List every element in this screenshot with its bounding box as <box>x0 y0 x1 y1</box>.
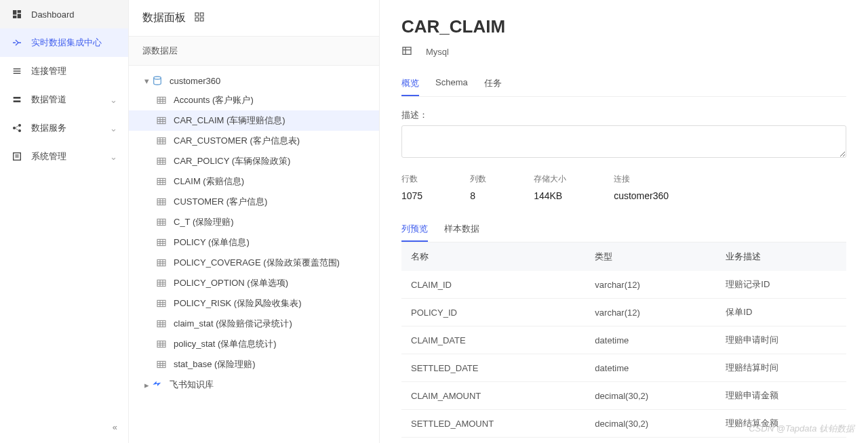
svg-rect-22 <box>157 97 165 103</box>
col-name: SETTLED_DATE <box>401 354 585 382</box>
col-desc: 理赔原因 <box>716 438 846 444</box>
tree-item[interactable]: CUSTOMER (客户信息) <box>129 192 379 212</box>
chevron-down-icon: ⌄ <box>110 152 117 162</box>
col-name: CLAIM_AMOUNT <box>401 382 585 410</box>
tree-item[interactable]: stat_base (保险理赔) <box>129 354 379 375</box>
table-row[interactable]: CLAIM_AMOUNTdecimal(30,2)理赔申请金额 <box>401 382 846 410</box>
svg-rect-18 <box>200 13 203 16</box>
col-name: SETTLED_AMOUNT <box>401 410 585 438</box>
svg-rect-62 <box>157 259 165 266</box>
table-row[interactable]: SETTLED_DATEdatetime理赔结算时间 <box>401 354 846 382</box>
service-icon <box>11 122 23 134</box>
col-type: varchar(30) <box>585 438 716 444</box>
tree-item[interactable]: CAR_POLICY (车辆保险政策) <box>129 151 379 171</box>
col-header-type: 类型 <box>585 242 716 271</box>
desc-label: 描述： <box>401 109 846 121</box>
tree-item[interactable]: POLICY_RISK (保险风险收集表) <box>129 293 379 314</box>
table-row[interactable]: POLICY_IDvarchar(12)保单ID <box>401 299 846 326</box>
tree-item[interactable]: POLICY_COVERAGE (保险政策覆盖范围) <box>129 253 379 273</box>
tree-item-label: C_T (保险理赔) <box>174 216 234 228</box>
table-icon <box>156 196 168 207</box>
tab[interactable]: 概览 <box>401 72 419 96</box>
sidebar-item-system[interactable]: 系统管理⌄ <box>0 142 128 171</box>
tree-item-label: stat_base (保险理赔) <box>174 358 256 371</box>
stat-label: 存储大小 <box>534 173 566 185</box>
sidebar-collapse-button[interactable]: « <box>0 411 128 443</box>
svg-rect-77 <box>157 320 165 326</box>
svg-rect-52 <box>157 219 165 225</box>
table-icon <box>156 135 168 146</box>
col-type: varchar(12) <box>585 299 716 326</box>
db-icon <box>152 75 164 86</box>
stat-label: 连接 <box>614 173 669 185</box>
stat: 连接customer360 <box>614 173 669 201</box>
tree-item[interactable]: POLICY_OPTION (保单选项) <box>129 273 379 293</box>
tree-item-label: CAR_CLAIM (车辆理赔信息) <box>174 114 285 127</box>
svg-rect-19 <box>195 18 199 21</box>
tab[interactable]: 任务 <box>484 72 502 96</box>
stat-value: 1075 <box>401 190 422 201</box>
tree-item[interactable]: CLAIM (索赔信息) <box>129 171 379 192</box>
dashboard-icon <box>11 8 23 20</box>
tree-item[interactable]: policy_stat (保单信息统计) <box>129 334 379 354</box>
tree-item[interactable]: C_T (保险理赔) <box>129 212 379 232</box>
col-name: POLICY_ID <box>401 299 585 326</box>
stat-value: 8 <box>470 190 486 201</box>
tree-item-label: policy_stat (保单信息统计) <box>174 338 277 350</box>
tree-item[interactable]: POLICY (保单信息) <box>129 232 379 253</box>
tree-item-label: customer360 <box>170 76 220 86</box>
col-desc: 保单ID <box>716 299 846 326</box>
tree-item-label: POLICY_OPTION (保单选项) <box>174 277 288 289</box>
table-row[interactable]: CLAIM_IDvarchar(12)理赔记录ID <box>401 271 846 299</box>
col-name: CLAIM_REASON <box>401 438 585 444</box>
sidebar-item-integration[interactable]: 实时数据集成中心 <box>0 28 128 57</box>
detail-panel: CAR_CLAIM Mysql 概览Schema任务 描述： 行数1075列数8… <box>380 0 868 443</box>
panel-layout-icon[interactable] <box>194 12 205 25</box>
tree-item[interactable]: ▸飞书知识库 <box>129 375 379 395</box>
subtab[interactable]: 列预览 <box>401 217 428 242</box>
sidebar-item-label: Dashboard <box>31 9 75 20</box>
svg-rect-87 <box>157 361 165 367</box>
sidebar-item-connection[interactable]: 连接管理 <box>0 57 128 85</box>
table-icon <box>156 278 168 289</box>
svg-point-11 <box>18 129 21 132</box>
tree-item-label: claim_stat (保险赔偿记录统计) <box>174 318 292 330</box>
tree-item-label: POLICY_COVERAGE (保险政策覆盖范围) <box>174 257 340 269</box>
tab[interactable]: Schema <box>435 72 468 96</box>
stat: 列数8 <box>470 173 486 201</box>
tree-item[interactable]: ▾customer360 <box>129 71 379 90</box>
stat-label: 列数 <box>470 173 486 185</box>
table-row[interactable]: CLAIM_DATEdatetime理赔申请时间 <box>401 326 846 354</box>
columns-table: 名称 类型 业务描述 CLAIM_IDvarchar(12)理赔记录IDPOLI… <box>401 242 846 443</box>
desc-input[interactable] <box>401 125 846 158</box>
pipeline-icon <box>11 93 23 106</box>
stat-value: 144KB <box>534 190 566 201</box>
sidebar-item-label: 实时数据集成中心 <box>31 37 102 49</box>
sidebar-item-pipeline[interactable]: 数据管道⌄ <box>0 85 128 114</box>
svg-rect-47 <box>157 198 165 205</box>
svg-rect-8 <box>14 100 21 102</box>
col-desc: 理赔结算金额 <box>716 410 846 438</box>
panel-header: 数据面板 <box>129 0 379 37</box>
tree-item[interactable]: CAR_CLAIM (车辆理赔信息) <box>129 110 379 131</box>
sidebar-item-service[interactable]: 数据服务⌄ <box>0 114 128 142</box>
svg-rect-2 <box>18 14 21 18</box>
svg-line-13 <box>16 129 18 131</box>
sidebar-item-label: 数据服务 <box>31 122 66 134</box>
tree-item[interactable]: Accounts (客户账户) <box>129 90 379 110</box>
stat-value: customer360 <box>614 190 669 201</box>
stats-row: 行数1075列数8存储大小144KB连接customer360 <box>401 173 846 201</box>
col-name: CLAIM_DATE <box>401 326 585 354</box>
table-icon <box>156 318 168 329</box>
table-row[interactable]: CLAIM_REASONvarchar(30)理赔原因 <box>401 438 846 444</box>
svg-rect-0 <box>13 10 16 15</box>
subtab[interactable]: 样本数据 <box>444 217 479 242</box>
svg-rect-92 <box>403 47 411 55</box>
sidebar-item-dashboard[interactable]: Dashboard <box>0 0 128 28</box>
tree-item[interactable]: CAR_CUSTOMER (客户信息表) <box>129 131 379 151</box>
svg-rect-82 <box>157 341 165 347</box>
table-row[interactable]: SETTLED_AMOUNTdecimal(30,2)理赔结算金额 <box>401 410 846 438</box>
tree-item[interactable]: claim_stat (保险赔偿记录统计) <box>129 314 379 334</box>
detail-tabs: 概览Schema任务 <box>401 72 846 97</box>
panel-title: 数据面板 <box>142 11 186 25</box>
